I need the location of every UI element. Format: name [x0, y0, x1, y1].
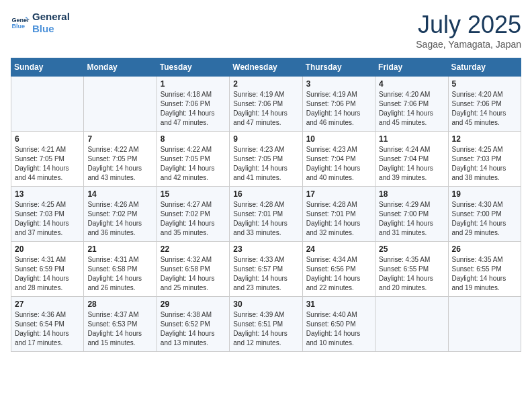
- day-info-line: Sunset: 7:05 PM: [87, 155, 137, 163]
- day-info-line: Sunrise: 4:19 AM: [306, 91, 357, 98]
- day-info: Sunrise: 4:29 AMSunset: 7:00 PMDaylight:…: [379, 200, 444, 238]
- day-info-line: Sunset: 6:58 PM: [87, 265, 137, 273]
- day-cell: 25Sunrise: 4:35 AMSunset: 6:55 PMDayligh…: [375, 242, 448, 297]
- day-info-line: Sunrise: 4:19 AM: [233, 91, 284, 98]
- day-info-line: Sunset: 6:55 PM: [379, 265, 429, 273]
- day-info: Sunrise: 4:33 AMSunset: 6:57 PMDaylight:…: [233, 255, 298, 293]
- day-info-line: Daylight: 14 hours and 39 minutes.: [379, 165, 433, 181]
- day-info-line: Sunrise: 4:37 AM: [87, 311, 138, 318]
- day-number: 21: [87, 244, 152, 254]
- day-info-line: Sunrise: 4:29 AM: [379, 201, 430, 208]
- day-info-line: Daylight: 14 hours and 17 minutes.: [15, 330, 69, 347]
- header-tuesday: Tuesday: [157, 58, 229, 77]
- day-info-line: Sunset: 6:56 PM: [306, 265, 356, 273]
- day-cell: 5Sunrise: 4:20 AMSunset: 7:06 PMDaylight…: [448, 77, 521, 132]
- day-info-line: Sunrise: 4:39 AM: [233, 311, 284, 318]
- day-cell: 3Sunrise: 4:19 AMSunset: 7:06 PMDaylight…: [302, 77, 375, 132]
- day-number: 11: [379, 134, 444, 144]
- day-number: 30: [233, 300, 298, 309]
- day-info-line: Sunset: 7:06 PM: [452, 100, 502, 107]
- day-cell: 4Sunrise: 4:20 AMSunset: 7:06 PMDaylight…: [375, 77, 448, 132]
- day-info-line: Sunrise: 4:35 AM: [379, 256, 430, 263]
- page-header: General Blue General Blue July 2025 Saga…: [11, 11, 521, 50]
- day-info: Sunrise: 4:37 AMSunset: 6:53 PMDaylight:…: [87, 310, 152, 348]
- day-info: Sunrise: 4:28 AMSunset: 7:01 PMDaylight:…: [306, 200, 371, 238]
- day-info-line: Daylight: 14 hours and 23 minutes.: [233, 275, 287, 291]
- day-info-line: Sunrise: 4:22 AM: [161, 146, 212, 153]
- day-number: 13: [15, 189, 80, 199]
- logo-line1: General: [32, 11, 70, 23]
- day-info-line: Sunset: 6:57 PM: [233, 265, 283, 273]
- day-info: Sunrise: 4:26 AMSunset: 7:02 PMDaylight:…: [87, 200, 152, 238]
- day-cell: 17Sunrise: 4:28 AMSunset: 7:01 PMDayligh…: [302, 187, 375, 242]
- day-cell: 13Sunrise: 4:25 AMSunset: 7:03 PMDayligh…: [11, 187, 84, 242]
- day-info-line: Daylight: 14 hours and 22 minutes.: [306, 275, 361, 291]
- day-cell: 16Sunrise: 4:28 AMSunset: 7:01 PMDayligh…: [230, 187, 302, 242]
- day-number: 23: [233, 244, 298, 254]
- day-number: 25: [379, 244, 444, 254]
- day-info-line: Daylight: 14 hours and 32 minutes.: [306, 220, 361, 236]
- day-number: 24: [306, 244, 371, 254]
- day-number: 6: [15, 134, 80, 144]
- day-info-line: Sunset: 6:52 PM: [161, 320, 210, 328]
- day-number: 1: [161, 79, 226, 89]
- day-info-line: Sunrise: 4:33 AM: [233, 256, 284, 263]
- day-info-line: Sunset: 6:53 PM: [87, 320, 137, 328]
- day-info-line: Sunset: 7:05 PM: [15, 155, 64, 163]
- day-info-line: Daylight: 14 hours and 37 minutes.: [15, 220, 69, 236]
- day-info-line: Sunrise: 4:22 AM: [87, 146, 138, 153]
- day-cell: [375, 297, 448, 352]
- day-info: Sunrise: 4:18 AMSunset: 7:06 PMDaylight:…: [161, 90, 226, 128]
- day-info: Sunrise: 4:20 AMSunset: 7:06 PMDaylight:…: [379, 90, 444, 128]
- week-row-2: 6Sunrise: 4:21 AMSunset: 7:05 PMDaylight…: [11, 132, 521, 187]
- header-thursday: Thursday: [302, 58, 375, 77]
- day-info: Sunrise: 4:31 AMSunset: 6:59 PMDaylight:…: [15, 255, 80, 293]
- day-info-line: Sunset: 7:04 PM: [379, 155, 429, 163]
- day-cell: 18Sunrise: 4:29 AMSunset: 7:00 PMDayligh…: [375, 187, 448, 242]
- day-info-line: Sunset: 6:50 PM: [306, 320, 356, 328]
- day-number: 15: [161, 189, 226, 199]
- day-info-line: Sunset: 7:06 PM: [379, 100, 429, 107]
- day-info-line: Sunrise: 4:38 AM: [161, 311, 212, 318]
- day-info-line: Daylight: 14 hours and 15 minutes.: [87, 330, 142, 347]
- day-cell: 24Sunrise: 4:34 AMSunset: 6:56 PMDayligh…: [302, 242, 375, 297]
- day-info: Sunrise: 4:23 AMSunset: 7:05 PMDaylight:…: [233, 145, 298, 183]
- svg-text:Blue: Blue: [11, 23, 25, 30]
- week-row-5: 27Sunrise: 4:36 AMSunset: 6:54 PMDayligh…: [11, 297, 521, 352]
- day-info-line: Daylight: 14 hours and 45 minutes.: [452, 109, 506, 126]
- day-info-line: Sunset: 7:02 PM: [161, 210, 210, 218]
- day-info-line: Daylight: 14 hours and 43 minutes.: [87, 165, 142, 181]
- day-info-line: Sunset: 7:05 PM: [161, 155, 210, 163]
- day-info-line: Sunrise: 4:34 AM: [306, 256, 357, 263]
- title-block: July 2025 Sagae, Yamagata, Japan: [416, 11, 521, 50]
- day-info-line: Daylight: 14 hours and 45 minutes.: [379, 109, 433, 126]
- day-number: 26: [452, 244, 517, 254]
- day-info: Sunrise: 4:25 AMSunset: 7:03 PMDaylight:…: [452, 145, 517, 183]
- location: Sagae, Yamagata, Japan: [416, 39, 521, 50]
- day-info-line: Sunset: 7:05 PM: [233, 155, 283, 163]
- day-number: 9: [233, 134, 298, 144]
- day-info: Sunrise: 4:22 AMSunset: 7:05 PMDaylight:…: [161, 145, 226, 183]
- day-info-line: Sunrise: 4:21 AM: [15, 146, 66, 153]
- day-info-line: Daylight: 14 hours and 28 minutes.: [15, 275, 69, 291]
- day-info-line: Sunrise: 4:28 AM: [306, 201, 357, 208]
- day-cell: 1Sunrise: 4:18 AMSunset: 7:06 PMDaylight…: [157, 77, 229, 132]
- day-number: 12: [452, 134, 517, 144]
- day-number: 4: [379, 79, 444, 89]
- day-info-line: Sunset: 7:00 PM: [452, 210, 502, 218]
- calendar-header-row: SundayMondayTuesdayWednesdayThursdayFrid…: [11, 58, 521, 77]
- day-info: Sunrise: 4:25 AMSunset: 7:03 PMDaylight:…: [15, 200, 80, 238]
- day-number: 18: [379, 189, 444, 199]
- day-number: 7: [87, 134, 152, 144]
- day-number: 22: [161, 244, 226, 254]
- day-info: Sunrise: 4:27 AMSunset: 7:02 PMDaylight:…: [161, 200, 226, 238]
- day-info-line: Daylight: 14 hours and 29 minutes.: [452, 220, 506, 236]
- day-cell: 19Sunrise: 4:30 AMSunset: 7:00 PMDayligh…: [448, 187, 521, 242]
- day-cell: 8Sunrise: 4:22 AMSunset: 7:05 PMDaylight…: [157, 132, 229, 187]
- day-info-line: Sunrise: 4:25 AM: [15, 201, 66, 208]
- day-info-line: Sunrise: 4:31 AM: [87, 256, 138, 263]
- day-info: Sunrise: 4:30 AMSunset: 7:00 PMDaylight:…: [452, 200, 517, 238]
- day-info-line: Sunrise: 4:23 AM: [306, 146, 357, 153]
- day-cell: 2Sunrise: 4:19 AMSunset: 7:06 PMDaylight…: [230, 77, 302, 132]
- day-info-line: Sunset: 7:06 PM: [306, 100, 356, 107]
